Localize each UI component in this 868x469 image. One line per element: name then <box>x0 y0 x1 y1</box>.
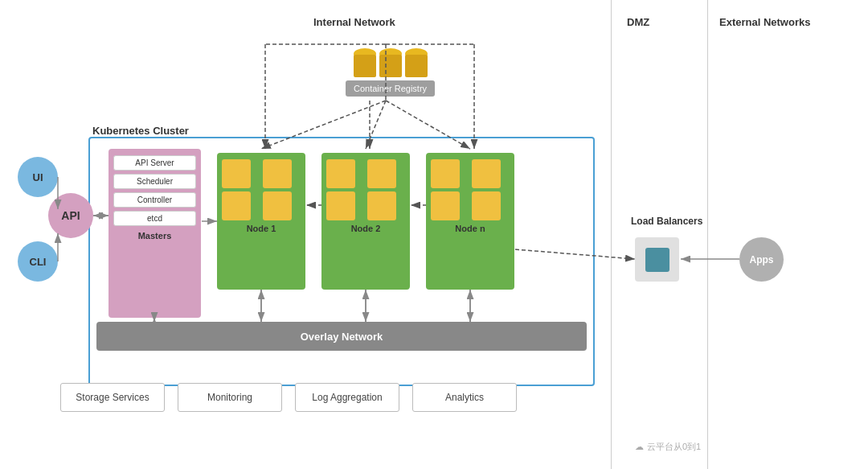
node-n-label: Node n <box>431 224 510 233</box>
node-n-pods <box>431 159 510 220</box>
diagram-container: Internal Network DMZ External Networks C… <box>0 0 868 469</box>
ext-divider <box>707 0 708 469</box>
pod-1-2 <box>263 159 292 188</box>
pod-n-2 <box>472 159 501 188</box>
cli-label: CLI <box>30 256 47 268</box>
lb-inner-icon <box>645 248 669 272</box>
dmz-divider <box>611 0 612 469</box>
cylinder-body-2 <box>379 55 402 77</box>
pod-1-4 <box>263 191 292 220</box>
lb-label: Load Balancers <box>631 216 702 227</box>
node-1-label: Node 1 <box>222 224 301 233</box>
apps-label: Apps <box>750 254 774 265</box>
cylinder-1 <box>354 48 376 77</box>
external-networks-label: External Networks <box>719 16 810 28</box>
ui-circle: UI <box>18 157 58 197</box>
storage-services-label: Storage Services <box>76 392 149 403</box>
pod-2-1 <box>326 159 355 188</box>
pod-1-3 <box>222 191 251 220</box>
api-label: API <box>61 209 80 222</box>
node-2-pods <box>326 159 405 220</box>
pod-2-4 <box>367 191 396 220</box>
component-etcd: etcd <box>113 211 196 226</box>
component-api-server: API Server <box>113 155 196 171</box>
masters-inner-label: Masters <box>113 229 196 241</box>
node-2-label: Node 2 <box>326 224 405 233</box>
registry-label: Container Registry <box>346 80 435 97</box>
monitoring-label: Monitoring <box>207 392 252 403</box>
pod-n-3 <box>431 191 460 220</box>
pod-2-2 <box>367 159 396 188</box>
k8s-cluster-label: Kubernetes Cluster <box>92 125 189 137</box>
component-controller: Controller <box>113 192 196 208</box>
node-n-box: Node n <box>426 153 514 290</box>
lb-icon <box>635 237 679 282</box>
overlay-network-label: Overlay Network <box>301 331 383 343</box>
node-2-box: Node 2 <box>321 153 410 290</box>
registry-cylinders <box>346 48 435 77</box>
watermark-text: 云平台从0到1 <box>647 441 701 453</box>
pod-1-1 <box>222 159 251 188</box>
api-circle: API <box>48 193 93 238</box>
analytics-label: Analytics <box>445 392 484 403</box>
cylinder-body-1 <box>354 55 376 77</box>
component-scheduler: Scheduler <box>113 174 196 189</box>
node-1-pods <box>222 159 301 220</box>
apps-circle: Apps <box>739 237 784 282</box>
container-registry: Container Registry <box>346 48 435 97</box>
cylinder-body-3 <box>405 55 428 77</box>
node-1-box: Node 1 <box>217 153 305 290</box>
log-aggregation-box: Log Aggregation <box>295 383 399 412</box>
analytics-box: Analytics <box>412 383 517 412</box>
ui-label: UI <box>33 171 43 183</box>
pod-2-3 <box>326 191 355 220</box>
log-aggregation-label: Log Aggregation <box>312 392 382 403</box>
overlay-network: Overlay Network <box>96 322 587 351</box>
pod-n-4 <box>472 191 501 220</box>
dmz-label: DMZ <box>627 16 649 28</box>
cylinder-2 <box>379 48 402 77</box>
storage-services-box: Storage Services <box>60 383 165 412</box>
cylinder-3 <box>405 48 428 77</box>
pod-n-1 <box>431 159 460 188</box>
monitoring-box: Monitoring <box>178 383 282 412</box>
service-boxes: Storage Services Monitoring Log Aggregat… <box>60 383 517 412</box>
watermark-icon: ☁ <box>635 442 644 452</box>
masters-box: API Server Scheduler Controller etcd Mas… <box>108 149 201 318</box>
internal-network-label: Internal Network <box>313 16 395 28</box>
cli-circle: CLI <box>18 241 58 282</box>
watermark: ☁ 云平台从0到1 <box>635 441 701 453</box>
